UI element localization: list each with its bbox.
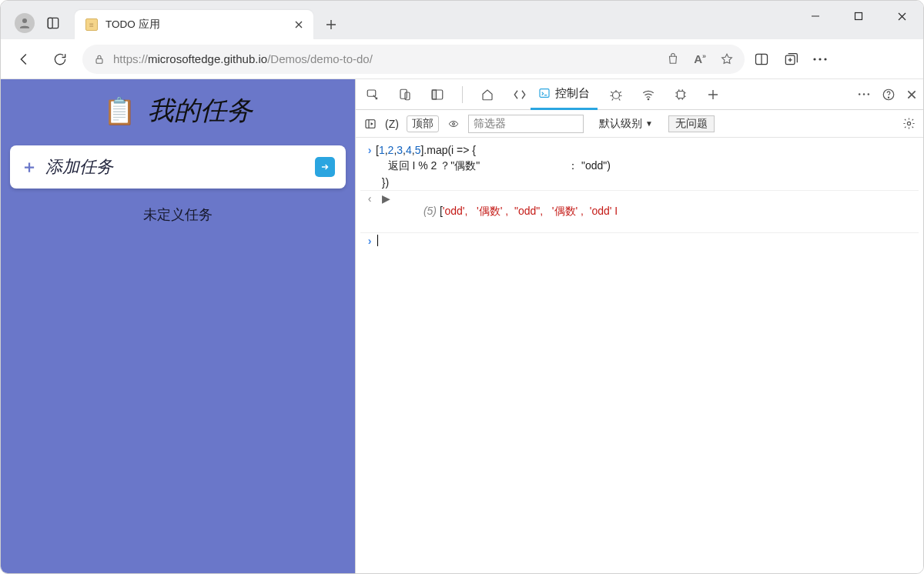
read-aloud-icon[interactable]: A» (694, 52, 706, 65)
console-input-row: › [1,2,3,4,5].map(i => { (360, 142, 919, 158)
network-conditions-icon[interactable] (638, 84, 659, 105)
performance-icon[interactable] (670, 84, 691, 105)
url-host: microsoftedge.github.io (148, 52, 267, 65)
svg-rect-10 (367, 90, 376, 96)
input-chevron-icon: › (363, 144, 376, 156)
svg-rect-24 (366, 119, 375, 128)
omnibox-actions: A» (666, 52, 734, 66)
dropdown-icon: ▼ (645, 119, 653, 128)
console-toolbar: (Z) 顶部 默认级别 ▼ 无问题 (356, 110, 923, 138)
browser-toolbar: https://microsoftedge.github.io/Demos/de… (1, 39, 923, 79)
elements-tab-icon[interactable] (509, 84, 531, 105)
svg-point-17 (648, 98, 649, 100)
app-header: 📋 我的任务 (103, 93, 253, 128)
refresh-button[interactable] (47, 46, 73, 72)
window-minimize-button[interactable] (794, 1, 837, 32)
output-chevron-icon: ‹ (363, 192, 376, 205)
code-line-3: }) (376, 176, 389, 189)
live-expression-icon[interactable] (447, 118, 460, 129)
tab-title: TODO 应用 (105, 18, 284, 32)
svg-point-7 (813, 58, 815, 60)
window-controls (794, 1, 923, 32)
svg-rect-1 (48, 18, 58, 28)
svg-point-8 (819, 58, 821, 60)
code-line-1: [1,2,3,4,5].map(i => { (376, 144, 476, 156)
back-button[interactable] (12, 46, 38, 72)
bug-icon[interactable] (605, 84, 627, 105)
console-input-row: 返回 I % 2 ？"偶数" ： "odd") (360, 158, 919, 175)
todo-app-page: 📋 我的任务 ＋ 添加任务 未定义任务 (1, 79, 355, 573)
svg-rect-3 (855, 13, 862, 20)
svg-point-23 (888, 97, 889, 98)
add-task-input[interactable]: ＋ 添加任务 (10, 145, 346, 189)
svg-point-21 (868, 93, 870, 95)
workspaces-icon[interactable] (45, 15, 61, 31)
console-tab-label: 控制台 (555, 86, 590, 101)
app-title: 我的任务 (148, 93, 253, 128)
issues-button[interactable]: 无问题 (668, 115, 715, 132)
titlebar-left-group (7, 7, 69, 39)
svg-rect-11 (400, 89, 407, 98)
shopping-icon[interactable] (666, 52, 680, 66)
filter-input[interactable] (468, 115, 584, 133)
tab-favicon-icon: ≡ (85, 18, 98, 31)
svg-point-20 (863, 93, 865, 95)
empty-state-label: 未定义任务 (143, 205, 213, 224)
svg-point-16 (613, 92, 620, 98)
url-scheme: https:// (113, 52, 148, 65)
svg-rect-2 (48, 18, 52, 28)
separator (462, 86, 463, 103)
console-result-row: ‹ ▶ (5) ['odd', '偶数' , "odd", '偶数' , 'od… (360, 191, 919, 233)
devtools-tabbar: 控制台 (356, 79, 923, 110)
text-cursor (377, 235, 378, 246)
submit-task-button[interactable] (315, 157, 335, 177)
context-key: (Z) (385, 118, 399, 130)
log-level-label: 默认级别 (599, 117, 642, 131)
window-close-button[interactable] (880, 1, 923, 32)
collections-icon[interactable] (783, 52, 798, 67)
devtools-more-icon[interactable] (857, 92, 871, 96)
main-area: 📋 我的任务 ＋ 添加任务 未定义任务 控制台 (1, 79, 923, 573)
more-tabs-icon[interactable] (702, 84, 724, 105)
devtools-close-icon[interactable] (906, 89, 917, 100)
url-text: https://microsoftedge.github.io/Demos/de… (113, 52, 373, 65)
execution-context-select[interactable]: 顶部 (407, 115, 439, 132)
devtools-panel: 控制台 (Z) 顶部 默认级别 ▼ 无问题 (355, 79, 923, 573)
favorite-icon[interactable] (720, 52, 734, 66)
result-content: (5) ['odd', '偶数' , "odd", '偶数' , 'odd' I (393, 192, 618, 231)
dock-side-icon[interactable] (427, 84, 448, 105)
input-chevron-icon: › (363, 235, 376, 247)
code-line-2: 返回 I % 2 ？"偶数" ： "odd") (376, 159, 611, 173)
svg-point-19 (859, 93, 861, 95)
console-tab[interactable]: 控制台 (531, 79, 598, 110)
more-menu-icon[interactable] (812, 57, 828, 62)
toggle-sidebar-icon[interactable] (363, 118, 377, 130)
console-prompt-row[interactable]: › (360, 233, 919, 249)
console-output[interactable]: › [1,2,3,4,5].map(i => { 返回 I % 2 ？"偶数" … (356, 138, 923, 573)
devtools-help-icon[interactable] (882, 88, 896, 102)
console-settings-icon[interactable] (902, 117, 916, 130)
svg-point-26 (907, 122, 910, 125)
plus-icon: ＋ (21, 155, 38, 179)
welcome-tab-icon[interactable] (477, 84, 498, 105)
inspect-element-icon[interactable] (362, 84, 383, 105)
svg-rect-15 (540, 89, 549, 98)
svg-point-9 (824, 58, 826, 60)
split-screen-icon[interactable] (754, 52, 769, 67)
console-input-row: }) (360, 175, 919, 191)
svg-rect-18 (678, 91, 685, 98)
toolbar-icons (754, 52, 828, 67)
svg-point-0 (22, 18, 27, 23)
new-tab-button[interactable] (318, 12, 344, 38)
expand-icon[interactable]: ▶ (382, 192, 390, 205)
clipboard-icon: 📋 (103, 95, 136, 126)
browser-tab[interactable]: ≡ TODO 应用 (75, 10, 313, 39)
profile-avatar[interactable] (15, 13, 35, 33)
url-path: /Demos/demo-to-do/ (267, 52, 373, 65)
add-task-label: 添加任务 (45, 155, 113, 179)
window-maximize-button[interactable] (837, 1, 880, 32)
tab-close-button[interactable] (292, 18, 306, 32)
address-bar[interactable]: https://microsoftedge.github.io/Demos/de… (82, 45, 745, 74)
device-emulation-icon[interactable] (394, 84, 416, 105)
log-level-select[interactable]: 默认级别 ▼ (599, 117, 653, 131)
